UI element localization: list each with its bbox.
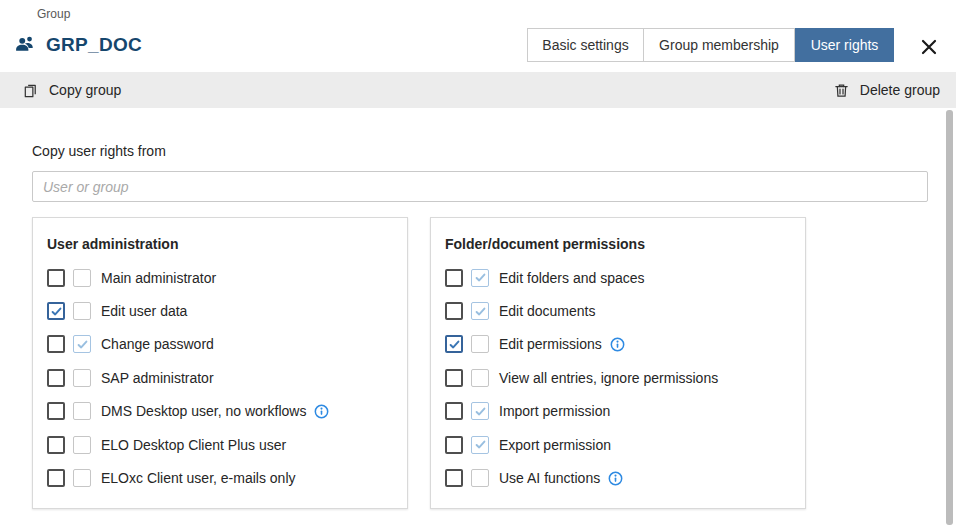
permission-row: View all entries, ignore permissions xyxy=(445,361,791,394)
toolbar: Copy group Delete group xyxy=(0,72,956,108)
own-right-checkbox[interactable] xyxy=(445,402,463,420)
permission-label: ELOxc Client user, e-mails only xyxy=(101,470,296,486)
permission-row: Edit folders and spaces xyxy=(445,261,791,294)
permission-label: Edit documents xyxy=(499,303,596,319)
inherited-right-checkbox xyxy=(73,302,91,320)
permission-row: Export permission xyxy=(445,428,791,461)
inherited-right-checkbox xyxy=(73,335,91,353)
own-right-checkbox[interactable] xyxy=(47,369,65,387)
own-right-checkbox[interactable] xyxy=(47,269,65,287)
inherited-right-checkbox xyxy=(471,269,489,287)
own-right-checkbox[interactable] xyxy=(445,335,463,353)
own-right-checkbox[interactable] xyxy=(445,469,463,487)
permission-label: Import permission xyxy=(499,403,610,419)
copy-group-button[interactable]: Copy group xyxy=(22,82,121,99)
inherited-right-checkbox xyxy=(471,302,489,320)
delete-group-button[interactable]: Delete group xyxy=(833,82,940,99)
inherited-right-checkbox xyxy=(471,402,489,420)
permission-row: ELO Desktop Client Plus user xyxy=(47,428,393,461)
permission-row: ELOxc Client user, e-mails only xyxy=(47,461,393,494)
permission-label: Edit folders and spaces xyxy=(499,270,645,286)
permission-row: Use AI functions xyxy=(445,461,791,494)
trash-icon xyxy=(833,82,850,99)
entity-type-label: Group xyxy=(37,7,70,21)
own-right-checkbox[interactable] xyxy=(445,369,463,387)
rights-panel: User administrationMain administratorEdi… xyxy=(32,217,408,509)
permission-row: Main administrator xyxy=(47,261,393,294)
permission-label: Export permission xyxy=(499,437,611,453)
own-right-checkbox[interactable] xyxy=(47,402,65,420)
panel-title: User administration xyxy=(47,236,393,252)
copy-rights-from-label: Copy user rights from xyxy=(32,143,166,159)
inherited-right-checkbox xyxy=(73,469,91,487)
tab-basic-settings[interactable]: Basic settings xyxy=(527,28,644,62)
group-icon xyxy=(14,33,37,56)
permission-row: Change password xyxy=(47,328,393,361)
permission-label: Edit user data xyxy=(101,303,187,319)
permission-row: Edit permissions xyxy=(445,328,791,361)
own-right-checkbox[interactable] xyxy=(47,335,65,353)
title-row: GRP_DOC xyxy=(14,33,142,56)
permission-row: Edit user data xyxy=(47,294,393,327)
inherited-right-checkbox xyxy=(471,436,489,454)
own-right-checkbox[interactable] xyxy=(47,469,65,487)
inherited-right-checkbox xyxy=(471,335,489,353)
rights-panel: Folder/document permissionsEdit folders … xyxy=(430,217,806,509)
copy-icon xyxy=(22,82,39,99)
panels: User administrationMain administratorEdi… xyxy=(32,217,806,509)
permission-label: Main administrator xyxy=(101,270,216,286)
user-or-group-input[interactable] xyxy=(32,171,928,202)
permission-label: Edit permissions xyxy=(499,336,602,352)
page-title: GRP_DOC xyxy=(46,34,142,56)
inherited-right-checkbox xyxy=(471,369,489,387)
panel-title: Folder/document permissions xyxy=(445,236,791,252)
permission-label: ELO Desktop Client Plus user xyxy=(101,437,286,453)
permission-label: DMS Desktop user, no workflows xyxy=(101,403,306,419)
permission-label: View all entries, ignore permissions xyxy=(499,370,718,386)
own-right-checkbox[interactable] xyxy=(445,269,463,287)
inherited-right-checkbox xyxy=(73,269,91,287)
permission-row: SAP administrator xyxy=(47,361,393,394)
tab-group-membership[interactable]: Group membership xyxy=(644,28,795,62)
permission-label: Change password xyxy=(101,336,214,352)
own-right-checkbox[interactable] xyxy=(445,436,463,454)
tab-bar: Basic settingsGroup membershipUser right… xyxy=(527,28,894,62)
permission-label: Use AI functions xyxy=(499,470,600,486)
group-dialog: Group GRP_DOC Basic settingsGroup member… xyxy=(0,0,956,525)
own-right-checkbox[interactable] xyxy=(47,436,65,454)
inherited-right-checkbox xyxy=(73,369,91,387)
permission-row: Edit documents xyxy=(445,294,791,327)
delete-group-label: Delete group xyxy=(860,82,940,98)
permission-row: DMS Desktop user, no workflows xyxy=(47,395,393,428)
info-icon[interactable] xyxy=(608,471,623,486)
info-icon[interactable] xyxy=(610,337,625,352)
copy-group-label: Copy group xyxy=(49,82,121,98)
vertical-scrollbar-thumb[interactable] xyxy=(946,110,953,525)
inherited-right-checkbox xyxy=(73,436,91,454)
close-icon[interactable] xyxy=(918,36,940,58)
own-right-checkbox[interactable] xyxy=(445,302,463,320)
info-icon[interactable] xyxy=(314,404,329,419)
inherited-right-checkbox xyxy=(471,469,489,487)
tab-user-rights[interactable]: User rights xyxy=(795,28,894,62)
own-right-checkbox[interactable] xyxy=(47,302,65,320)
permission-label: SAP administrator xyxy=(101,370,214,386)
permission-row: Import permission xyxy=(445,395,791,428)
inherited-right-checkbox xyxy=(73,402,91,420)
